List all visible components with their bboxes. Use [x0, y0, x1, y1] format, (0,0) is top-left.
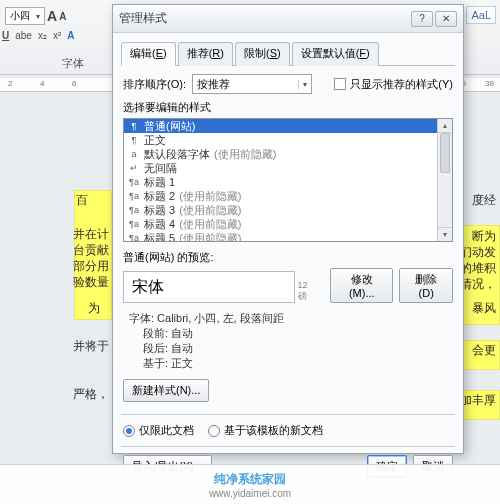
dialog-title: 管理样式 — [119, 10, 167, 27]
doc-text: 的堆积 — [460, 260, 496, 276]
list-item[interactable]: a默认段落字体 (使用前隐藏) — [124, 147, 452, 161]
watermark: 纯净系统家园 www.yidaimei.com — [0, 464, 500, 504]
linked-icon: ¶a — [128, 191, 140, 201]
radio-icon — [123, 425, 135, 437]
dialog-titlebar[interactable]: 管理样式 ? ✕ — [113, 5, 463, 33]
doc-text: 百 — [76, 192, 88, 208]
doc-text: 并在计 — [73, 226, 109, 242]
doc-text: 并将于 — [73, 338, 109, 354]
list-item[interactable]: ¶a标题 1 — [124, 175, 452, 189]
list-item[interactable]: ¶a标题 3 (使用前隐藏) — [124, 203, 452, 217]
font-size-value: 小四 — [10, 9, 30, 23]
separator — [121, 446, 455, 447]
new-style-button[interactable]: 新建样式(N)... — [123, 379, 209, 402]
style-description: 字体: Calibri, 小四, 左, 段落间距 段前: 自动 段后: 自动 基… — [123, 311, 453, 371]
font-effects-row: U abe x₂ x² A — [2, 30, 75, 41]
tab-recommend[interactable]: 推荐(R) — [178, 42, 233, 66]
doc-text: 会更 — [472, 342, 496, 358]
sort-order-select[interactable]: 按推荐 ▾ — [192, 74, 312, 94]
style-gallery-item[interactable]: AaL — [466, 6, 496, 24]
break-icon: ↵ — [128, 163, 140, 173]
scroll-thumb[interactable] — [440, 133, 450, 173]
doc-text: 验数量 — [73, 274, 109, 290]
ruler-tick: 38 — [485, 79, 494, 88]
tab-restrict[interactable]: 限制(S) — [235, 42, 290, 66]
sort-order-label: 排序顺序(O): — [123, 77, 186, 92]
doc-text: 们动发 — [460, 244, 496, 260]
scrollbar[interactable]: ▴ ▾ — [437, 119, 452, 241]
linked-icon: ¶a — [128, 233, 140, 242]
char-icon: a — [128, 149, 140, 159]
checkbox-icon — [334, 78, 346, 90]
doc-text: 暴风 — [472, 300, 496, 316]
separator — [121, 414, 455, 415]
watermark-url: www.yidaimei.com — [209, 488, 291, 499]
radio-icon — [208, 425, 220, 437]
linked-icon: ¶a — [128, 219, 140, 229]
font-size-group: 小四 ▾ A A — [5, 7, 66, 25]
underline-button[interactable]: U — [2, 30, 9, 41]
delete-button[interactable]: 删除(D) — [399, 268, 453, 303]
tab-defaults[interactable]: 设置默认值(F) — [292, 42, 379, 66]
list-item[interactable]: ¶a标题 2 (使用前隐藏) — [124, 189, 452, 203]
ruler-tick: 2 — [8, 79, 12, 88]
shrink-font-icon[interactable]: A — [59, 11, 66, 22]
ruler-tick: 4 — [40, 79, 44, 88]
scroll-up-icon[interactable]: ▴ — [438, 119, 452, 133]
scope-radios: 仅限此文档 基于该模板的新文档 — [123, 423, 453, 438]
doc-text: 度经 — [472, 192, 496, 208]
scroll-down-icon[interactable]: ▾ — [438, 227, 452, 241]
show-recommended-checkbox[interactable]: 只显示推荐的样式(Y) — [334, 77, 453, 92]
list-item[interactable]: ¶正文 — [124, 133, 452, 147]
list-item[interactable]: ¶普通(网站) — [124, 119, 452, 133]
linked-icon: ¶a — [128, 205, 140, 215]
list-item[interactable]: ¶a标题 4 (使用前隐藏) — [124, 217, 452, 231]
select-style-label: 选择要编辑的样式 — [123, 100, 453, 115]
preview-size: 12 磅 — [298, 280, 318, 303]
modify-button[interactable]: 修改(M)... — [330, 268, 393, 303]
paragraph-icon: ¶ — [128, 135, 140, 145]
radio-template[interactable]: 基于该模板的新文档 — [208, 423, 323, 438]
tab-edit[interactable]: 编辑(E) — [121, 42, 176, 66]
doc-text: 断为 — [472, 228, 496, 244]
ruler-tick: 6 — [72, 79, 76, 88]
style-listbox[interactable]: ¶普通(网站) ¶正文 a默认段落字体 (使用前隐藏) ↵无间隔 ¶a标题 1 … — [123, 118, 453, 242]
doc-text: 加丰厚 — [460, 392, 496, 408]
superscript-button[interactable]: x² — [53, 30, 61, 41]
doc-text: 台贡献 — [73, 242, 109, 258]
watermark-title: 纯净系统家园 — [214, 471, 286, 488]
preview-label: 普通(网站) 的预览: — [123, 250, 453, 265]
manage-styles-dialog: 管理样式 ? ✕ 编辑(E) 推荐(R) 限制(S) 设置默认值(F) 排序顺序… — [112, 4, 464, 454]
sort-order-value: 按推荐 — [197, 77, 230, 92]
doc-text: 部分用 — [73, 258, 109, 274]
doc-text: 严格， — [73, 386, 109, 402]
chevron-down-icon: ▾ — [298, 80, 307, 89]
ribbon-group-label: 字体 — [62, 56, 84, 71]
paragraph-icon: ¶ — [128, 121, 140, 131]
help-button[interactable]: ? — [411, 11, 433, 27]
dialog-body: 排序顺序(O): 按推荐 ▾ 只显示推荐的样式(Y) 选择要编辑的样式 ¶普通(… — [113, 66, 463, 486]
close-button[interactable]: ✕ — [435, 11, 457, 27]
linked-icon: ¶a — [128, 177, 140, 187]
list-item[interactable]: ↵无间隔 — [124, 161, 452, 175]
doc-text: 情况， — [460, 276, 496, 292]
strike-button[interactable]: abe — [15, 30, 32, 41]
font-size-select[interactable]: 小四 ▾ — [5, 7, 45, 25]
doc-text: 为 — [88, 300, 100, 316]
dialog-tabs: 编辑(E) 推荐(R) 限制(S) 设置默认值(F) — [121, 41, 455, 66]
style-preview-box: 宋体 — [123, 271, 295, 303]
list-item[interactable]: ¶a标题 5 (使用前隐藏) — [124, 231, 452, 242]
radio-this-document[interactable]: 仅限此文档 — [123, 423, 194, 438]
subscript-button[interactable]: x₂ — [38, 30, 47, 41]
grow-font-icon[interactable]: A — [47, 8, 57, 24]
font-color-button[interactable]: A — [67, 30, 74, 41]
show-recommended-label: 只显示推荐的样式(Y) — [350, 77, 453, 92]
chevron-down-icon: ▾ — [36, 12, 40, 21]
